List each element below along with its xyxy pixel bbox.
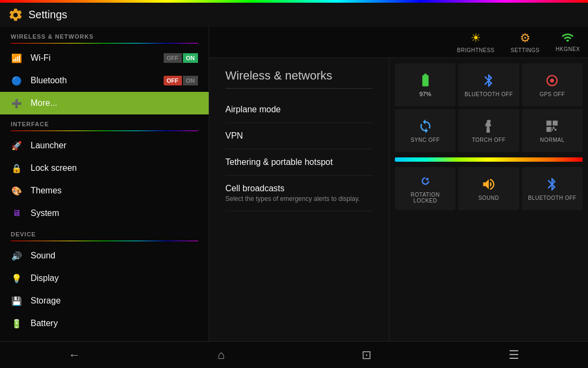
launcher-icon: 🚀 [11, 140, 23, 151]
sound-tile-icon [481, 177, 496, 192]
quick-tiles-row2: SYNC OFF TORCH OFF NORMAL [395, 109, 583, 152]
cell-broadcasts-subtitle: Select the types of emergency alerts to … [225, 195, 373, 203]
sidebar-item-storage[interactable]: 💾 Storage [0, 290, 209, 312]
section-divider-device [11, 241, 198, 241]
gear-icon [8, 8, 23, 23]
section-header-device: DEVICE [0, 225, 209, 240]
display-label: Display [31, 273, 198, 283]
system-label: System [31, 208, 198, 218]
svg-point-3 [426, 178, 429, 181]
sound-icon: 🔊 [11, 250, 23, 262]
title-bar: Settings [0, 3, 588, 27]
wn-vpn[interactable]: VPN [225, 123, 373, 149]
battery-sidebar-icon: 🔋 [11, 318, 23, 329]
tile-sync-off[interactable]: SYNC OFF [395, 109, 455, 152]
storage-label: Storage [31, 296, 198, 306]
bluetooth-toggle[interactable]: OFF ON [164, 76, 199, 85]
rotation-tile-icon [418, 174, 433, 189]
section-header-interface: INTERFACE [0, 114, 209, 129]
bottom-nav: ← ⌂ ⊡ ☰ [0, 341, 588, 368]
svg-point-1 [550, 78, 554, 82]
settings-icon: ⚙ [520, 31, 531, 45]
qs-hkgnex[interactable]: HKGNEX [556, 31, 580, 53]
settings-label: SETTINGS [511, 47, 540, 53]
sound-label: Sound [31, 251, 198, 261]
themes-label: Themes [31, 186, 198, 196]
wifi-signal-icon [561, 31, 574, 44]
wn-header: Wireless & networks [225, 69, 373, 89]
bluetooth-label: Bluetooth [31, 76, 156, 85]
storage-icon: 💾 [11, 295, 23, 307]
wifi-toggle[interactable]: OFF ON [164, 53, 199, 63]
quick-tiles-row3: ROTATION LOCKED SOUND BLUETOOTH OFF [395, 167, 583, 210]
display-icon: 💡 [11, 272, 23, 284]
qs-settings[interactable]: ⚙ SETTINGS [511, 31, 540, 53]
recent-button[interactable]: ⊡ [351, 344, 382, 366]
tile-bluetooth-off[interactable]: BLUETOOTH OFF [458, 63, 519, 106]
sidebar-item-wifi[interactable]: 📶 Wi-Fi OFF ON [0, 47, 209, 69]
wifi-toggle-off[interactable]: OFF [164, 53, 182, 63]
tile-normal[interactable]: NORMAL [522, 109, 583, 152]
wn-tethering[interactable]: Tethering & portable hotspot [225, 149, 373, 176]
bluetooth2-tile-icon [545, 177, 560, 192]
sidebar-item-system[interactable]: 🖥 System [0, 202, 209, 225]
sound-tile-label: SOUND [479, 195, 499, 201]
sidebar-item-lockscreen[interactable]: 🔒 Lock screen [0, 157, 209, 179]
app-title: Settings [28, 9, 67, 21]
battery-percentage: 97% [420, 91, 431, 97]
qs-brightness[interactable]: ☀ BRIGHTNESS [457, 31, 495, 53]
wn-left: Wireless & networks Airplane mode VPN Te… [209, 58, 389, 344]
lock-icon: 🔒 [11, 162, 23, 174]
sync-tile-icon [418, 119, 433, 134]
sidebar-item-bluetooth[interactable]: 🔵 Bluetooth OFF ON [0, 69, 209, 92]
sidebar-item-battery[interactable]: 🔋 Battery [0, 312, 209, 335]
normal-tile-icon [545, 119, 560, 134]
sidebar-item-more[interactable]: ➕ More... [0, 92, 209, 114]
tile-torch-off[interactable]: TORCH OFF [458, 109, 519, 152]
hkgnex-label: HKGNEX [556, 46, 580, 52]
themes-icon: 🎨 [11, 185, 23, 197]
svg-rect-2 [487, 120, 490, 122]
sidebar-item-sound[interactable]: 🔊 Sound [0, 244, 209, 267]
bluetooth-off2-label: BLUETOOTH OFF [528, 195, 576, 201]
content-area: ☀ BRIGHTNESS ⚙ SETTINGS HKGNEX Wireless … [209, 27, 588, 344]
brightness-icon: ☀ [471, 31, 481, 45]
rotation-locked-label: ROTATION LOCKED [399, 192, 451, 204]
more-label: More... [31, 98, 198, 108]
wn-cell-broadcasts[interactable]: Cell broadcasts Select the types of emer… [225, 176, 373, 211]
bluetooth-icon: 🔵 [11, 75, 23, 86]
vpn-title: VPN [225, 131, 373, 141]
quick-panel: 97% BLUETOOTH OFF GPS OFF [389, 58, 588, 344]
bluetooth-toggle-on[interactable]: ON [183, 76, 199, 85]
sidebar-item-themes[interactable]: 🎨 Themes [0, 179, 209, 202]
bluetooth-off-label: BLUETOOTH OFF [465, 91, 513, 97]
back-button[interactable]: ← [58, 344, 91, 366]
battery-tile-icon [418, 73, 433, 88]
airplane-mode-title: Airplane mode [225, 105, 373, 114]
home-button[interactable]: ⌂ [207, 344, 236, 366]
sidebar-item-display[interactable]: 💡 Display [0, 267, 209, 290]
sidebar-item-launcher[interactable]: 🚀 Launcher [0, 134, 209, 157]
normal-label: NORMAL [540, 137, 564, 143]
bluetooth-tile-icon [481, 73, 496, 88]
gps-tile-icon [545, 73, 560, 88]
torch-tile-icon [481, 119, 496, 134]
quick-settings-bar: ☀ BRIGHTNESS ⚙ SETTINGS HKGNEX [209, 27, 588, 58]
menu-button[interactable]: ☰ [498, 344, 530, 366]
wifi-icon: 📶 [11, 52, 23, 64]
quick-panel-rainbow [395, 157, 583, 162]
cell-broadcasts-title: Cell broadcasts [225, 184, 373, 193]
tethering-title: Tethering & portable hotspot [225, 157, 373, 167]
tile-bluetooth-off2[interactable]: BLUETOOTH OFF [522, 167, 583, 210]
tile-battery[interactable]: 97% [395, 63, 455, 106]
tile-gps-off[interactable]: GPS OFF [522, 63, 583, 106]
section-divider-interface [11, 131, 198, 131]
wn-airplane-mode[interactable]: Airplane mode [225, 97, 373, 123]
more-icon: ➕ [11, 97, 23, 109]
tile-rotation-locked[interactable]: ROTATION LOCKED [395, 167, 455, 210]
tile-sound[interactable]: SOUND [458, 167, 519, 210]
section-divider-wireless [11, 43, 198, 44]
wifi-toggle-on[interactable]: ON [183, 53, 199, 63]
wireless-content: Wireless & networks Airplane mode VPN Te… [209, 58, 588, 344]
bluetooth-toggle-off[interactable]: OFF [164, 76, 182, 85]
